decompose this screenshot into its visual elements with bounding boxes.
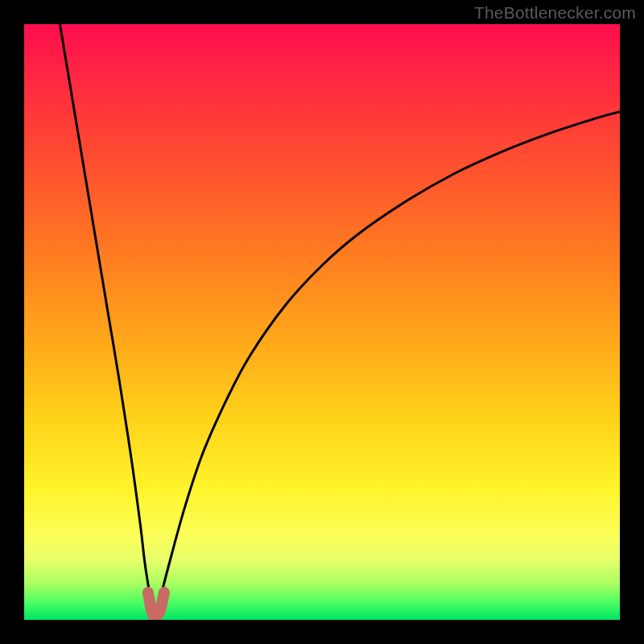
curves-layer — [24, 24, 620, 620]
chart-frame: TheBottlenecker.com — [0, 0, 644, 644]
plot-area — [24, 24, 620, 620]
dip-marker — [148, 592, 164, 617]
curve-left — [60, 24, 155, 617]
watermark-text: TheBottlenecker.com — [474, 3, 636, 23]
curve-right — [155, 112, 620, 617]
